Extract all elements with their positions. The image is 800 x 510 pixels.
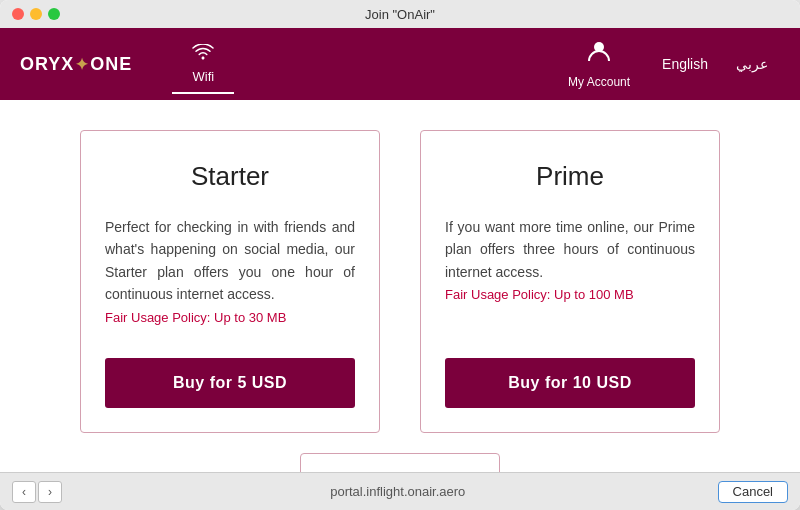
forward-button[interactable]: › xyxy=(38,481,62,503)
account-nav-item[interactable]: My Account xyxy=(552,31,646,97)
title-bar: Join "OnAir" xyxy=(0,0,800,28)
logo: ORYX ✦ ONE xyxy=(20,54,132,75)
account-icon xyxy=(587,39,611,71)
partial-plan-card xyxy=(300,453,500,472)
minimize-button[interactable] xyxy=(30,8,42,20)
starter-plan-description: Perfect for checking in with friends and… xyxy=(105,216,355,328)
english-nav-item[interactable]: English xyxy=(646,48,724,80)
plans-container: Starter Perfect for checking in with fri… xyxy=(40,130,760,433)
prime-plan-title: Prime xyxy=(445,161,695,192)
prime-plan-card: Prime If you want more time online, our … xyxy=(420,130,720,433)
browser-nav-buttons: ‹ › xyxy=(12,481,62,503)
url-bar: portal.inflight.onair.aero xyxy=(78,484,718,499)
account-label: My Account xyxy=(568,75,630,89)
bottom-bar: ‹ › portal.inflight.onair.aero Cancel xyxy=(0,472,800,510)
starter-buy-button[interactable]: Buy for 5 USD xyxy=(105,358,355,408)
wifi-label: Wifi xyxy=(193,69,215,84)
wifi-nav-item[interactable]: Wifi xyxy=(172,34,234,94)
starter-plan-title: Starter xyxy=(105,161,355,192)
close-button[interactable] xyxy=(12,8,24,20)
browser-window: Join "OnAir" ORYX ✦ ONE Wifi xyxy=(0,0,800,510)
prime-plan-description: If you want more time online, our Prime … xyxy=(445,216,695,328)
window-title: Join "OnAir" xyxy=(365,7,435,22)
arabic-nav-item[interactable]: عربي xyxy=(724,48,780,80)
main-content: Starter Perfect for checking in with fri… xyxy=(0,100,800,472)
wifi-icon xyxy=(192,42,214,65)
navbar: ORYX ✦ ONE Wifi xyxy=(0,28,800,100)
starter-fair-usage: Fair Usage Policy: Up to 30 MB xyxy=(105,310,286,325)
logo-oryx-text: ORYX xyxy=(20,54,74,75)
back-button[interactable]: ‹ xyxy=(12,481,36,503)
logo-star-icon: ✦ xyxy=(75,55,89,74)
starter-plan-card: Starter Perfect for checking in with fri… xyxy=(80,130,380,433)
cancel-button[interactable]: Cancel xyxy=(718,481,788,503)
prime-buy-button[interactable]: Buy for 10 USD xyxy=(445,358,695,408)
traffic-lights xyxy=(12,8,60,20)
prime-fair-usage: Fair Usage Policy: Up to 100 MB xyxy=(445,287,634,302)
maximize-button[interactable] xyxy=(48,8,60,20)
nav-right: My Account English عربي xyxy=(552,31,780,97)
logo-one-text: ONE xyxy=(90,54,132,75)
